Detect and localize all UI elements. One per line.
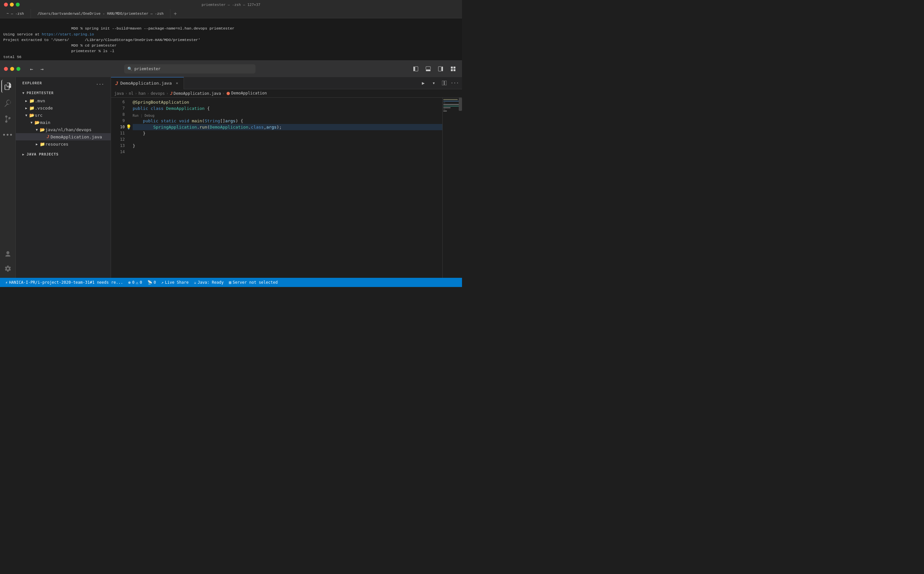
folder-arrow-src: ▼	[24, 112, 29, 118]
warning-icon: ⚠	[136, 280, 139, 285]
explorer-activity-icon[interactable]	[1, 80, 14, 93]
status-remote[interactable]: 📡 0	[145, 278, 158, 287]
search-activity-icon[interactable]	[1, 97, 14, 110]
breadcrumb-item-file: DemoApplication.java	[174, 91, 222, 96]
editor-scrollbar[interactable]	[439, 98, 442, 278]
vscode-body: ••• EXPLORER ... ▼ PRIEMTESTER	[0, 77, 462, 278]
close-button[interactable]	[4, 3, 8, 6]
svg-rect-11	[445, 81, 446, 85]
folder-icon-src: 📂	[29, 112, 35, 118]
code-content[interactable]: @SpringBootApplication public class Demo…	[127, 98, 442, 278]
minimize-button[interactable]	[10, 3, 14, 6]
project-name: PRIEMTESTER	[27, 91, 54, 95]
code-line-10: 💡 SpringApplication.run(DemoApplication.…	[133, 124, 442, 130]
project-section[interactable]: ▼ PRIEMTESTER	[16, 89, 111, 97]
folder-label-mvn: .mvn	[35, 98, 111, 103]
tree-item-mvn[interactable]: ▶ 📁 .mvn	[16, 97, 111, 104]
svg-rect-5	[441, 66, 443, 71]
back-button[interactable]: ←	[27, 64, 36, 74]
more-actions-button[interactable]: ···	[450, 78, 459, 88]
sidebar-more-button[interactable]: ...	[96, 80, 104, 86]
svg-rect-2	[426, 66, 430, 69]
terminal-output: MDO % spring init --build=maven --packag…	[0, 18, 462, 61]
code-line-11: }	[133, 130, 442, 136]
status-server[interactable]: ▤ Server not selected	[226, 278, 280, 287]
terminal-line: Using service at https://start.spring.io	[3, 32, 459, 37]
run-dropdown[interactable]: ▼	[429, 78, 438, 88]
code-line-6: @SpringBootApplication	[133, 99, 442, 105]
code-line-13: }	[133, 143, 442, 149]
forward-button[interactable]: →	[38, 64, 47, 74]
git-icon: ⚡	[5, 280, 8, 285]
java-projects-label: JAVA PROJECTS	[27, 152, 59, 156]
panel-toggle[interactable]	[423, 64, 433, 74]
vscode-minimize-button[interactable]	[10, 67, 14, 71]
maximize-button[interactable]	[16, 3, 20, 6]
code-line-7: public class DemoApplication {	[133, 105, 442, 112]
secondary-sidebar-toggle[interactable]	[436, 64, 446, 74]
tree-item-java-path[interactable]: ▼ 📂 java/nl/han/devops	[16, 126, 111, 133]
svg-rect-10	[442, 81, 444, 85]
folder-icon-main: 📂	[34, 119, 40, 125]
editor-tab-demo[interactable]: J DemoApplication.java ✕	[111, 77, 184, 89]
folder-label-src: src	[35, 113, 111, 118]
terminal-line: priemtester % ls -l	[3, 48, 459, 54]
code-editor[interactable]: 6 7 8 9 10 11 12 13 14 @SpringBootApplic…	[111, 98, 462, 278]
live-share-icon: ↗	[161, 280, 163, 285]
java-projects-section[interactable]: ▶ JAVA PROJECTS	[16, 150, 111, 158]
breadcrumb-item-java: java	[114, 91, 124, 96]
sidebar: EXPLORER ... ▼ PRIEMTESTER ▶ 📁 .mvn ▶ 📁 …	[16, 77, 111, 278]
vscode-toolbar-right	[411, 64, 458, 74]
breadcrumb-item-devops: devops	[151, 91, 165, 96]
breadcrumb-sep-1: ›	[125, 91, 127, 96]
folder-arrow-java-path: ▼	[34, 127, 40, 132]
tree-item-main[interactable]: ▼ 📂 main	[16, 119, 111, 126]
run-button[interactable]: ▶	[419, 78, 428, 88]
status-java[interactable]: ☕ Java: Ready	[191, 278, 226, 287]
status-git-branch[interactable]: ⚡ HANICA-I-PR/i-project-2020-team-31#1 n…	[3, 278, 126, 287]
editor-tab-actions: ▶ ▼ ···	[419, 78, 462, 88]
tree-item-vscode[interactable]: ▶ 📁 .vscode	[16, 104, 111, 112]
vscode-maximize-button[interactable]	[16, 67, 21, 71]
folder-icon-java-path: 📂	[40, 127, 45, 132]
vscode-close-button[interactable]	[4, 67, 8, 71]
vscode-section: ← → 🔍 priemtester	[0, 61, 462, 287]
status-bar: ⚡ HANICA-I-PR/i-project-2020-team-31#1 n…	[0, 278, 462, 287]
settings-activity-icon[interactable]	[1, 262, 14, 275]
file-label-demo: DemoApplication.java	[51, 134, 111, 139]
folder-icon-mvn: 📁	[29, 98, 35, 104]
avatar-activity-icon[interactable]	[1, 248, 14, 261]
terminal-line: total 56	[3, 54, 459, 60]
terminal-tab-2[interactable]: /Users/bartvanderwal/OneDrive - HAN/MDO/…	[31, 9, 171, 18]
terminal-add-button[interactable]: +	[171, 9, 180, 18]
debug-hint[interactable]: Debug	[144, 114, 154, 117]
run-hint[interactable]: Run	[133, 114, 139, 117]
breadcrumb-sep-5: ›	[222, 91, 225, 96]
svg-point-12	[226, 92, 230, 95]
status-live-share[interactable]: ↗ Live Share	[158, 278, 191, 287]
light-bulb-icon[interactable]: 💡	[127, 124, 131, 130]
folder-label-main: main	[40, 120, 111, 125]
terminal-tab-1[interactable]: ~ — -zsh	[0, 9, 31, 18]
split-editor-button[interactable]	[440, 78, 449, 88]
editor-area: J DemoApplication.java ✕ ▶ ▼ ···	[111, 77, 462, 278]
layout-toggle[interactable]	[448, 64, 458, 74]
svg-rect-8	[451, 69, 453, 71]
minimap-scrollbar[interactable]	[459, 98, 462, 278]
status-errors[interactable]: ⊗ 0 ⚠ 0	[126, 278, 145, 287]
vscode-search-bar[interactable]: 🔍 priemtester	[124, 64, 255, 74]
source-control-activity-icon[interactable]	[1, 112, 14, 126]
scrollbar-thumb[interactable]	[459, 98, 462, 111]
three-dots-sidebar-icon[interactable]: •••	[1, 128, 14, 141]
search-text: priemtester	[134, 66, 160, 71]
breadcrumb-sep-2: ›	[135, 91, 137, 96]
folder-arrow-mvn: ▶	[24, 98, 29, 103]
tree-item-demo-application[interactable]: ▶ J DemoApplication.java	[16, 133, 111, 140]
close-tab-button[interactable]: ✕	[174, 81, 180, 86]
primary-sidebar-toggle[interactable]	[411, 64, 421, 74]
tree-item-resources[interactable]: ▶ 📁 resources	[16, 140, 111, 148]
breadcrumb-java-icon: J	[170, 91, 172, 96]
vscode-titlebar: ← → 🔍 priemtester	[0, 61, 462, 77]
svg-rect-0	[413, 66, 415, 71]
tree-item-src[interactable]: ▼ 📂 src	[16, 112, 111, 119]
